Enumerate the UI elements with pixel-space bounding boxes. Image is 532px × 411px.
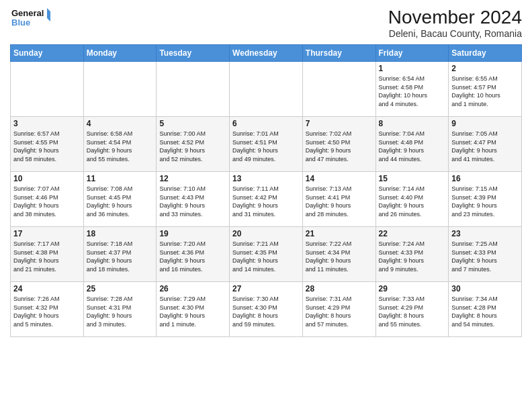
calendar-cell: 7Sunrise: 7:02 AM Sunset: 4:50 PM Daylig… bbox=[302, 117, 375, 172]
title-block: November 2024 Deleni, Bacau County, Roma… bbox=[388, 7, 522, 39]
calendar-cell bbox=[83, 62, 157, 117]
day-number: 17 bbox=[13, 229, 81, 238]
calendar-cell: 27Sunrise: 7:30 AM Sunset: 4:30 PM Dayli… bbox=[230, 282, 303, 337]
header-tuesday: Tuesday bbox=[157, 45, 230, 62]
calendar-cell: 1Sunrise: 6:54 AM Sunset: 4:58 PM Daylig… bbox=[375, 62, 449, 117]
day-info: Sunrise: 7:13 AM Sunset: 4:41 PM Dayligh… bbox=[306, 185, 373, 218]
day-info: Sunrise: 7:07 AM Sunset: 4:46 PM Dayligh… bbox=[13, 185, 81, 218]
day-number: 26 bbox=[159, 284, 226, 293]
day-number: 14 bbox=[306, 174, 373, 183]
day-info: Sunrise: 7:10 AM Sunset: 4:43 PM Dayligh… bbox=[159, 185, 226, 218]
day-info: Sunrise: 7:18 AM Sunset: 4:37 PM Dayligh… bbox=[87, 240, 154, 273]
day-info: Sunrise: 7:25 AM Sunset: 4:33 PM Dayligh… bbox=[451, 240, 519, 273]
logo: GeneralBlue bbox=[10, 7, 57, 30]
logo-icon: GeneralBlue bbox=[10, 7, 57, 30]
calendar-cell: 26Sunrise: 7:29 AM Sunset: 4:30 PM Dayli… bbox=[157, 282, 230, 337]
day-info: Sunrise: 7:21 AM Sunset: 4:35 PM Dayligh… bbox=[232, 240, 300, 273]
day-number: 16 bbox=[451, 174, 519, 183]
calendar-cell: 4Sunrise: 6:58 AM Sunset: 4:54 PM Daylig… bbox=[83, 117, 157, 172]
calendar-cell: 5Sunrise: 7:00 AM Sunset: 4:52 PM Daylig… bbox=[157, 117, 230, 172]
calendar-week-row: 17Sunrise: 7:17 AM Sunset: 4:38 PM Dayli… bbox=[11, 227, 522, 282]
header-thursday: Thursday bbox=[302, 45, 375, 62]
calendar-cell: 13Sunrise: 7:11 AM Sunset: 4:42 PM Dayli… bbox=[230, 172, 303, 227]
month-title: November 2024 bbox=[388, 7, 522, 28]
day-info: Sunrise: 6:54 AM Sunset: 4:58 PM Dayligh… bbox=[379, 75, 446, 108]
day-info: Sunrise: 7:20 AM Sunset: 4:36 PM Dayligh… bbox=[159, 240, 226, 273]
calendar-cell bbox=[230, 62, 303, 117]
header-sunday: Sunday bbox=[11, 45, 84, 62]
day-number: 21 bbox=[306, 229, 373, 238]
day-info: Sunrise: 6:57 AM Sunset: 4:55 PM Dayligh… bbox=[13, 130, 81, 163]
calendar-cell: 21Sunrise: 7:22 AM Sunset: 4:34 PM Dayli… bbox=[302, 227, 375, 282]
calendar-cell: 3Sunrise: 6:57 AM Sunset: 4:55 PM Daylig… bbox=[11, 117, 84, 172]
day-number: 28 bbox=[306, 284, 373, 293]
svg-text:General: General bbox=[11, 8, 44, 18]
day-info: Sunrise: 7:14 AM Sunset: 4:40 PM Dayligh… bbox=[379, 185, 446, 218]
calendar-cell: 11Sunrise: 7:08 AM Sunset: 4:45 PM Dayli… bbox=[83, 172, 157, 227]
day-info: Sunrise: 7:31 AM Sunset: 4:29 PM Dayligh… bbox=[306, 295, 373, 328]
calendar-cell: 8Sunrise: 7:04 AM Sunset: 4:48 PM Daylig… bbox=[375, 117, 449, 172]
day-info: Sunrise: 7:05 AM Sunset: 4:47 PM Dayligh… bbox=[451, 130, 519, 163]
calendar-cell: 14Sunrise: 7:13 AM Sunset: 4:41 PM Dayli… bbox=[302, 172, 375, 227]
calendar-header-row: Sunday Monday Tuesday Wednesday Thursday… bbox=[11, 45, 522, 62]
day-info: Sunrise: 7:26 AM Sunset: 4:32 PM Dayligh… bbox=[13, 295, 81, 328]
calendar-cell: 25Sunrise: 7:28 AM Sunset: 4:31 PM Dayli… bbox=[83, 282, 157, 337]
calendar-cell: 2Sunrise: 6:55 AM Sunset: 4:57 PM Daylig… bbox=[449, 62, 522, 117]
calendar-cell: 15Sunrise: 7:14 AM Sunset: 4:40 PM Dayli… bbox=[375, 172, 449, 227]
day-number: 4 bbox=[87, 119, 154, 128]
header-friday: Friday bbox=[375, 45, 449, 62]
day-info: Sunrise: 6:55 AM Sunset: 4:57 PM Dayligh… bbox=[451, 75, 519, 108]
day-info: Sunrise: 7:30 AM Sunset: 4:30 PM Dayligh… bbox=[232, 295, 300, 328]
day-number: 10 bbox=[13, 174, 81, 183]
calendar-week-row: 10Sunrise: 7:07 AM Sunset: 4:46 PM Dayli… bbox=[11, 172, 522, 227]
day-number: 29 bbox=[379, 284, 446, 293]
calendar-cell: 9Sunrise: 7:05 AM Sunset: 4:47 PM Daylig… bbox=[449, 117, 522, 172]
day-info: Sunrise: 7:02 AM Sunset: 4:50 PM Dayligh… bbox=[306, 130, 373, 163]
calendar-cell: 23Sunrise: 7:25 AM Sunset: 4:33 PM Dayli… bbox=[449, 227, 522, 282]
calendar-cell: 6Sunrise: 7:01 AM Sunset: 4:51 PM Daylig… bbox=[230, 117, 303, 172]
calendar-cell: 19Sunrise: 7:20 AM Sunset: 4:36 PM Dayli… bbox=[157, 227, 230, 282]
day-info: Sunrise: 7:22 AM Sunset: 4:34 PM Dayligh… bbox=[306, 240, 373, 273]
calendar-cell: 30Sunrise: 7:34 AM Sunset: 4:28 PM Dayli… bbox=[449, 282, 522, 337]
day-number: 1 bbox=[379, 64, 446, 73]
header-monday: Monday bbox=[83, 45, 157, 62]
day-number: 7 bbox=[306, 119, 373, 128]
calendar-cell: 22Sunrise: 7:24 AM Sunset: 4:33 PM Dayli… bbox=[375, 227, 449, 282]
day-info: Sunrise: 7:28 AM Sunset: 4:31 PM Dayligh… bbox=[87, 295, 154, 328]
day-info: Sunrise: 7:08 AM Sunset: 4:45 PM Dayligh… bbox=[87, 185, 154, 218]
day-info: Sunrise: 7:33 AM Sunset: 4:29 PM Dayligh… bbox=[379, 295, 446, 328]
header-wednesday: Wednesday bbox=[230, 45, 303, 62]
day-info: Sunrise: 7:34 AM Sunset: 4:28 PM Dayligh… bbox=[451, 295, 519, 328]
day-number: 11 bbox=[87, 174, 154, 183]
calendar-cell: 10Sunrise: 7:07 AM Sunset: 4:46 PM Dayli… bbox=[11, 172, 84, 227]
day-number: 19 bbox=[159, 229, 226, 238]
day-info: Sunrise: 7:01 AM Sunset: 4:51 PM Dayligh… bbox=[232, 130, 300, 163]
calendar: Sunday Monday Tuesday Wednesday Thursday… bbox=[10, 44, 522, 337]
day-number: 23 bbox=[451, 229, 519, 238]
day-info: Sunrise: 7:29 AM Sunset: 4:30 PM Dayligh… bbox=[159, 295, 226, 328]
calendar-cell: 28Sunrise: 7:31 AM Sunset: 4:29 PM Dayli… bbox=[302, 282, 375, 337]
svg-text:Blue: Blue bbox=[11, 17, 30, 28]
day-number: 18 bbox=[87, 229, 154, 238]
day-number: 15 bbox=[379, 174, 446, 183]
day-info: Sunrise: 7:00 AM Sunset: 4:52 PM Dayligh… bbox=[159, 130, 226, 163]
day-number: 12 bbox=[159, 174, 226, 183]
calendar-cell: 17Sunrise: 7:17 AM Sunset: 4:38 PM Dayli… bbox=[11, 227, 84, 282]
calendar-cell bbox=[11, 62, 84, 117]
day-number: 25 bbox=[87, 284, 154, 293]
location: Deleni, Bacau County, Romania bbox=[388, 28, 522, 39]
page: GeneralBlue November 2024 Deleni, Bacau … bbox=[0, 0, 532, 411]
day-number: 30 bbox=[451, 284, 519, 293]
day-number: 8 bbox=[379, 119, 446, 128]
day-number: 20 bbox=[232, 229, 300, 238]
day-info: Sunrise: 7:15 AM Sunset: 4:39 PM Dayligh… bbox=[451, 185, 519, 218]
calendar-week-row: 3Sunrise: 6:57 AM Sunset: 4:55 PM Daylig… bbox=[11, 117, 522, 172]
day-number: 5 bbox=[159, 119, 226, 128]
calendar-cell: 18Sunrise: 7:18 AM Sunset: 4:37 PM Dayli… bbox=[83, 227, 157, 282]
calendar-cell: 29Sunrise: 7:33 AM Sunset: 4:29 PM Dayli… bbox=[375, 282, 449, 337]
day-number: 9 bbox=[451, 119, 519, 128]
calendar-cell: 24Sunrise: 7:26 AM Sunset: 4:32 PM Dayli… bbox=[11, 282, 84, 337]
day-number: 22 bbox=[379, 229, 446, 238]
day-info: Sunrise: 7:17 AM Sunset: 4:38 PM Dayligh… bbox=[13, 240, 81, 273]
calendar-cell: 20Sunrise: 7:21 AM Sunset: 4:35 PM Dayli… bbox=[230, 227, 303, 282]
